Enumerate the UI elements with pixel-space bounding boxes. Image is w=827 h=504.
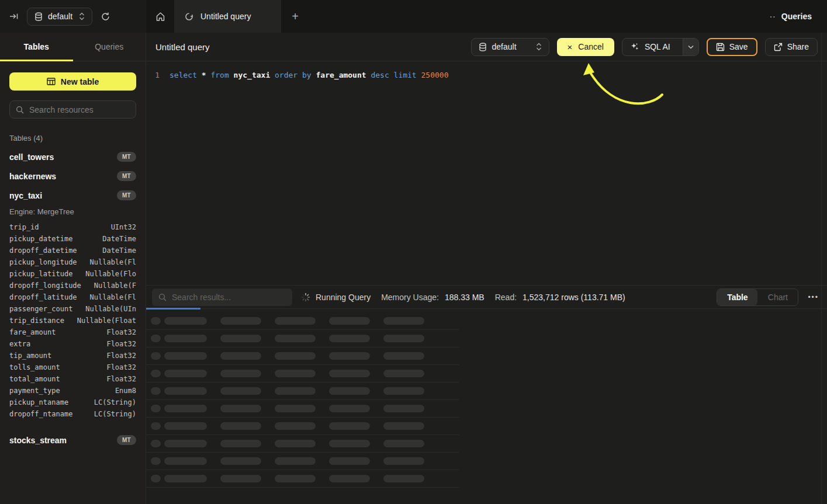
- skeleton-cell: [275, 405, 316, 412]
- skeleton-cell: [275, 387, 316, 395]
- engine-badge: MT: [117, 190, 136, 200]
- sql-code: select*fromnyc_taxiorderbyfare_amountdes…: [160, 70, 449, 81]
- column-name: payment_type: [9, 387, 60, 398]
- table-item-hackernews[interactable]: hackernews MT: [9, 166, 136, 186]
- results-search[interactable]: [152, 289, 292, 306]
- sql-editor[interactable]: 1 select*fromnyc_taxiorderbyfare_amountd…: [146, 61, 827, 285]
- column-type: Nullable(Fl: [90, 293, 136, 305]
- resource-search-input[interactable]: [29, 105, 130, 114]
- table-item-stocks-stream[interactable]: stocks_stream MT: [9, 430, 136, 450]
- view-toggle-table[interactable]: Table: [717, 289, 757, 305]
- skeleton-cell: [164, 475, 207, 482]
- queries-dots-icon: ··: [770, 12, 776, 21]
- column-row: total_amountFloat32: [9, 375, 136, 387]
- skeleton-cell: [383, 352, 424, 360]
- home-icon: [155, 12, 165, 22]
- skeleton-cell: [329, 475, 370, 482]
- read-value: 1,523,712 rows (113.71 MB): [523, 293, 625, 302]
- skeleton-cell: [164, 422, 207, 430]
- column-row: trip_idUInt32: [9, 223, 136, 235]
- table-name: hackernews: [9, 172, 56, 181]
- query-progress-track: [146, 308, 827, 310]
- sql-ai-button[interactable]: SQL AI: [622, 38, 699, 56]
- column-name: fare_amount: [9, 328, 56, 340]
- skeleton-cell: [151, 335, 161, 342]
- sql-token: select: [169, 71, 197, 79]
- sql-token: fare_amount: [316, 71, 366, 79]
- sql-ai-main[interactable]: SQL AI: [622, 39, 678, 55]
- skeleton-cell: [151, 457, 161, 465]
- column-row: pickup_latitudeNullable(Flo: [9, 270, 136, 281]
- results-search-input[interactable]: [172, 293, 286, 302]
- table-item-nyc-taxi[interactable]: nyc_taxi MT: [9, 186, 136, 205]
- database-icon: [34, 12, 43, 21]
- sql-token: order: [275, 71, 297, 79]
- skeleton-row: [146, 312, 459, 330]
- database-icon: [479, 43, 487, 51]
- skeleton-cell: [151, 352, 161, 360]
- skeleton-row: [146, 330, 459, 347]
- share-label: Share: [787, 42, 809, 51]
- query-database-selector[interactable]: default: [471, 38, 549, 56]
- query-database-value: default: [492, 42, 531, 51]
- skeleton-cell: [329, 405, 370, 412]
- column-type: DateTime: [102, 246, 136, 258]
- skeleton-cell: [220, 440, 261, 447]
- skeleton-cell: [329, 422, 370, 430]
- topbar-database-selector[interactable]: default: [27, 8, 92, 26]
- table-item-cell-towers[interactable]: cell_towers MT: [9, 147, 136, 166]
- refresh-icon[interactable]: [101, 12, 110, 22]
- sql-token: desc: [371, 71, 389, 79]
- skeleton-cell: [151, 387, 161, 395]
- column-row: dropoff_longitudeNullable(F: [9, 281, 136, 293]
- column-name: passenger_count: [9, 305, 72, 317]
- share-button[interactable]: Share: [765, 38, 818, 56]
- column-type: LC(String): [94, 410, 136, 422]
- view-toggle-chart[interactable]: Chart: [757, 289, 798, 305]
- skeleton-cell: [151, 440, 161, 447]
- skeleton-cell: [329, 457, 370, 465]
- home-tab[interactable]: [146, 0, 174, 33]
- new-table-button[interactable]: New table: [9, 72, 136, 91]
- engine-badge: MT: [117, 152, 136, 162]
- line-number: 1: [146, 70, 160, 81]
- sidebar-tab-queries[interactable]: Queries: [73, 33, 146, 61]
- column-row: passenger_countNullable(UIn: [9, 305, 136, 317]
- skeleton-cell: [220, 317, 261, 325]
- scrollbar-gutter[interactable]: [821, 33, 822, 504]
- tab-untitled-query[interactable]: Untitled query: [174, 0, 281, 33]
- save-icon: [716, 43, 725, 51]
- search-icon: [16, 106, 24, 114]
- column-name: tip_amount: [9, 352, 51, 363]
- query-actions: default × Cancel SQL AI: [471, 38, 818, 56]
- column-row: pickup_ntanameLC(String): [9, 398, 136, 410]
- queries-link-label: Queries: [781, 12, 812, 21]
- queries-link[interactable]: ·· Queries: [755, 0, 827, 33]
- code-line-1: 1 select*fromnyc_taxiorderbyfare_amountd…: [146, 70, 827, 81]
- cancel-button[interactable]: × Cancel: [557, 38, 614, 56]
- column-row: trip_distanceNullable(Float: [9, 317, 136, 328]
- search-icon: [158, 293, 167, 301]
- collapse-sidebar-icon[interactable]: [9, 12, 19, 21]
- column-type: Float32: [106, 375, 136, 387]
- save-label: Save: [729, 42, 748, 51]
- skeleton-cell: [383, 440, 424, 447]
- sparkle-icon: [630, 42, 639, 51]
- save-button[interactable]: Save: [707, 38, 757, 56]
- more-options-button[interactable]: •••: [805, 293, 821, 301]
- column-name: pickup_latitude: [9, 270, 72, 281]
- column-row: dropoff_latitudeNullable(Fl: [9, 293, 136, 305]
- new-tab-button[interactable]: +: [281, 0, 309, 33]
- sidebar-tab-tables[interactable]: Tables: [0, 33, 73, 61]
- skeleton-cell: [164, 317, 207, 325]
- resource-search[interactable]: [9, 100, 136, 119]
- sql-ai-dropdown[interactable]: [683, 39, 698, 55]
- skeleton-cell: [151, 317, 161, 325]
- skeleton-row: [146, 470, 459, 488]
- column-type: LC(String): [94, 398, 136, 410]
- column-type: Float32: [106, 340, 136, 352]
- column-name: tolls_amount: [9, 363, 60, 375]
- sql-console-app: default Untitled query +: [0, 0, 827, 504]
- chevron-updown-icon: [536, 43, 542, 51]
- skeleton-cell: [383, 317, 424, 325]
